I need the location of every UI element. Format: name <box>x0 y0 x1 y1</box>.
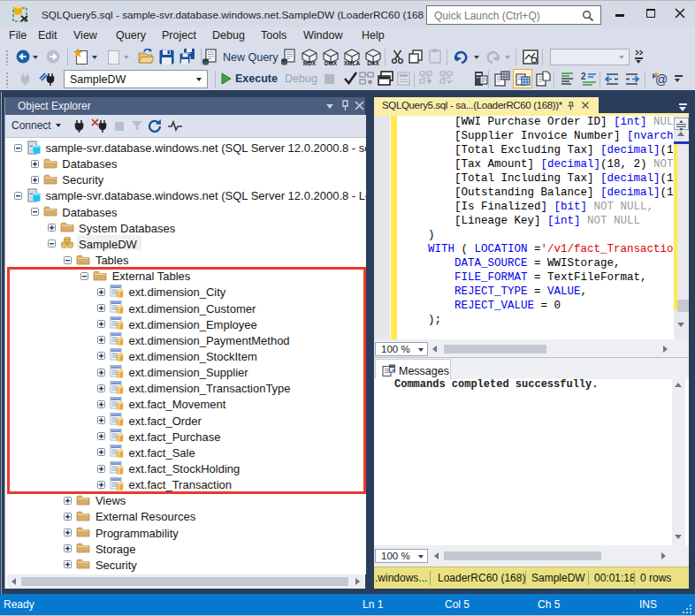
svg-text:DAX: DAX <box>367 60 379 66</box>
svg-text:DMX: DMX <box>325 60 338 66</box>
svg-text:XMLA: XMLA <box>344 60 361 66</box>
svg-text:MDX: MDX <box>303 60 317 66</box>
svg-text:2: 2 <box>581 72 586 81</box>
